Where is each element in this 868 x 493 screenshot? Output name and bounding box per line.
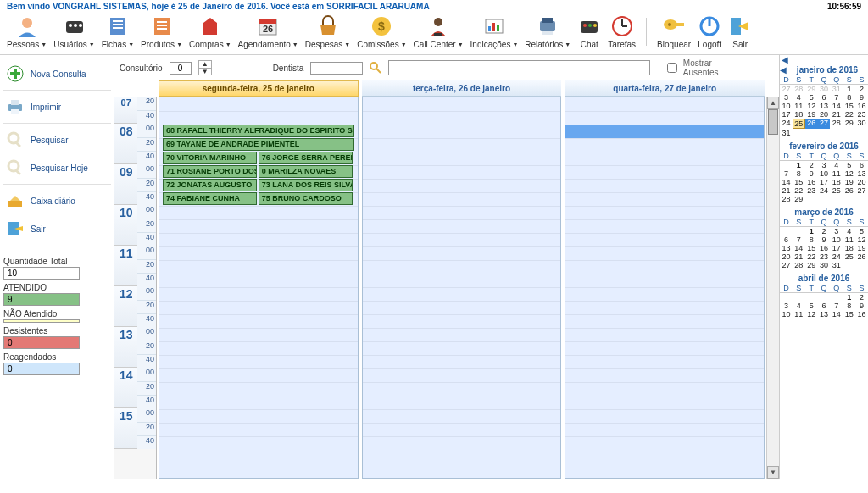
cal-day[interactable]: 13 xyxy=(818,310,831,319)
cal-day[interactable]: 11 xyxy=(793,102,805,110)
cal-day[interactable]: 8 xyxy=(843,93,855,102)
cal-day[interactable]: 5 xyxy=(805,93,818,102)
cal-day[interactable]: 8 xyxy=(805,235,818,244)
cal-day[interactable]: 12 xyxy=(805,310,818,319)
cal-day[interactable]: 4 xyxy=(843,227,855,235)
cal-day[interactable]: 30 xyxy=(818,261,831,269)
mostrar-ausentes-checkbox[interactable]: Mostrar Ausentes xyxy=(664,58,743,77)
cal-day[interactable]: 17 xyxy=(818,178,831,186)
cal-day[interactable]: 7 xyxy=(830,302,843,310)
caixa-diario-button[interactable]: Caixa diário xyxy=(3,187,111,214)
cal-day[interactable]: 23 xyxy=(855,110,868,119)
toolbar-despesas[interactable]: Despesas ▼ xyxy=(302,14,353,49)
cal-day[interactable]: 29 xyxy=(805,85,818,93)
cal-day[interactable]: 18 xyxy=(843,244,855,252)
sair-button[interactable]: Sair xyxy=(3,215,111,242)
cal-day[interactable]: 19 xyxy=(843,178,855,186)
toolbar-indica-es[interactable]: Indicações ▼ xyxy=(467,14,522,49)
cal-day[interactable]: 6 xyxy=(780,235,793,244)
toolbar-call-center[interactable]: Call Center ▼ xyxy=(410,14,467,49)
cal-day[interactable]: 4 xyxy=(793,302,805,310)
appointment[interactable]: 68 RAFAEL THIERRY ALFRADIQUE DO ESPIRITO… xyxy=(163,125,354,137)
cal-day[interactable]: 20 xyxy=(818,110,831,119)
cal-day[interactable]: 11 xyxy=(843,235,855,244)
cal-day[interactable]: 23 xyxy=(818,252,831,261)
cal-day[interactable]: 27 xyxy=(818,119,831,129)
cal-day[interactable]: 4 xyxy=(830,161,843,169)
toolbar-comiss-es[interactable]: $Comissões ▼ xyxy=(353,14,409,49)
vertical-scrollbar[interactable]: ▲ ▼ xyxy=(766,97,779,479)
cal-day[interactable]: 26 xyxy=(843,186,855,195)
cal-day[interactable]: 13 xyxy=(780,244,793,252)
cal-day[interactable]: 10 xyxy=(780,102,793,110)
search-input[interactable] xyxy=(388,60,650,75)
appointment[interactable]: 70 VITORIA MARINHO xyxy=(163,152,257,164)
cal-day[interactable]: 3 xyxy=(780,302,793,310)
day-header-0[interactable]: segunda-feira, 25 de janeiro xyxy=(159,80,359,97)
cal-day[interactable]: 18 xyxy=(793,110,805,119)
cal-day[interactable]: 2 xyxy=(818,227,831,235)
scroll-up-arrow-icon[interactable]: ▲ xyxy=(767,97,779,109)
cal-day[interactable]: 21 xyxy=(830,110,843,119)
cal-day[interactable]: 12 xyxy=(805,102,818,110)
day-body-2[interactable] xyxy=(565,97,764,478)
search-small-icon[interactable] xyxy=(370,62,381,74)
pesquisar-hoje-button[interactable]: Pesquisar Hoje xyxy=(3,154,111,181)
toolbar-compras[interactable]: Compras ▼ xyxy=(186,14,235,49)
cal-day[interactable]: 13 xyxy=(855,169,868,178)
scroll-down-arrow-icon[interactable]: ▼ xyxy=(767,466,779,479)
appointment[interactable]: 71 ROSIANE PORTO DOS xyxy=(163,165,257,178)
pesquisar-button[interactable]: Pesquisar xyxy=(3,126,111,153)
cal-day[interactable]: 15 xyxy=(843,310,855,319)
cal-day[interactable]: 21 xyxy=(793,252,805,261)
cal-day[interactable]: 15 xyxy=(805,244,818,252)
cal-day[interactable]: 19 xyxy=(805,110,818,119)
appointment[interactable]: 75 BRUNO CARDOSO xyxy=(259,192,353,205)
toolbar-relat-rios[interactable]: Relatórios ▼ xyxy=(521,14,574,49)
cal-day[interactable]: 2 xyxy=(855,85,868,93)
cal-day[interactable]: 15 xyxy=(793,178,805,186)
cal-day[interactable]: 3 xyxy=(780,93,793,102)
cal-day[interactable]: 9 xyxy=(855,93,868,102)
cal-day[interactable]: 30 xyxy=(855,119,868,129)
cal-day[interactable]: 7 xyxy=(780,169,793,178)
toolbar-pessoas[interactable]: Pessoas ▼ xyxy=(3,14,50,49)
cal-day[interactable]: 16 xyxy=(855,310,868,319)
cal-day[interactable]: 29 xyxy=(793,195,805,203)
cal-day[interactable]: 10 xyxy=(830,235,843,244)
cal-day[interactable]: 30 xyxy=(818,85,831,93)
toolbar-logoff[interactable]: Logoff xyxy=(694,14,725,49)
cal-day[interactable]: 18 xyxy=(830,178,843,186)
scroll-thumb[interactable] xyxy=(768,109,778,135)
cal-day[interactable]: 31 xyxy=(780,129,793,137)
cal-day[interactable]: 28 xyxy=(780,195,793,203)
day-body-1[interactable] xyxy=(363,97,561,478)
cal-day[interactable]: 14 xyxy=(830,102,843,110)
day-header-2[interactable]: quarta-feira, 27 de janeiro xyxy=(565,80,765,97)
cal-day[interactable]: 9 xyxy=(818,235,831,244)
cal-day[interactable]: 6 xyxy=(818,93,831,102)
cal-day[interactable]: 27 xyxy=(855,186,868,195)
cal-day[interactable]: 2 xyxy=(855,293,868,302)
cal-day[interactable]: 22 xyxy=(805,252,818,261)
cal-day[interactable]: 27 xyxy=(780,261,793,269)
cal-day[interactable]: 24 xyxy=(780,119,793,129)
cal-day[interactable]: 28 xyxy=(830,119,843,129)
cal-day[interactable]: 12 xyxy=(855,235,868,244)
cal-day[interactable]: 16 xyxy=(818,244,831,252)
cal-day[interactable]: 16 xyxy=(855,102,868,110)
day-body-0[interactable]: 68 RAFAEL THIERRY ALFRADIQUE DO ESPIRITO… xyxy=(159,97,358,478)
cal-day[interactable]: 1 xyxy=(793,161,805,169)
cal-day[interactable]: 20 xyxy=(855,178,868,186)
cal-day[interactable]: 24 xyxy=(830,252,843,261)
dentista-input[interactable] xyxy=(310,62,363,75)
toolbar-sair[interactable]: Sair xyxy=(725,14,755,49)
cal-day[interactable]: 26 xyxy=(805,119,818,129)
appointment[interactable]: 72 JONATAS AUGUSTO xyxy=(163,179,257,191)
spinner-icon[interactable]: ▲ ▼ xyxy=(198,60,212,75)
cal-day[interactable]: 6 xyxy=(855,161,868,169)
toolbar-chat[interactable]: Chat xyxy=(574,14,604,49)
cal-day[interactable]: 26 xyxy=(855,252,868,261)
appointment[interactable]: 69 TAYANE DE ANDRADE PIMENTEL xyxy=(163,138,354,151)
cal-prev-icon[interactable]: ◀ xyxy=(782,55,788,64)
